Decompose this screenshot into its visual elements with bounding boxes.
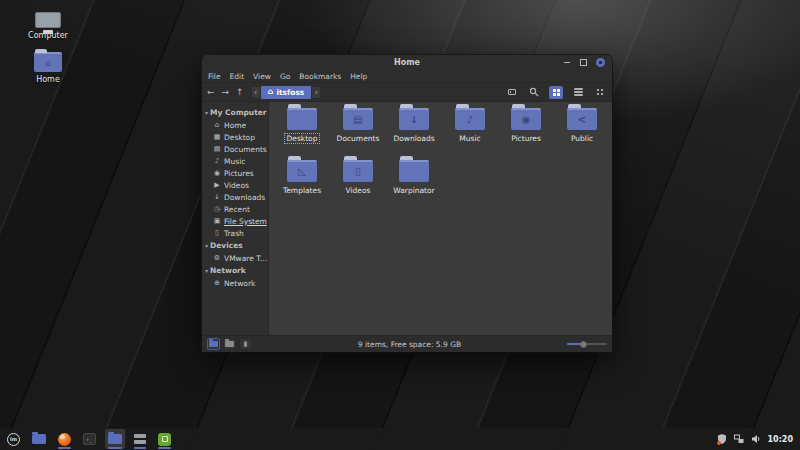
folder-item-pictures[interactable]: ◉ Pictures	[498, 108, 554, 160]
folder-item-templates[interactable]: ◺ Templates	[274, 160, 330, 212]
window-button-home[interactable]	[105, 429, 125, 449]
network-icon: ⊕	[213, 280, 221, 287]
places-icon	[209, 341, 218, 347]
home-icon: ⌂	[268, 88, 274, 96]
menubar: File Edit View Go Bookmarks Help	[202, 70, 612, 83]
taskbar: lm ›_ 10:20	[0, 428, 800, 450]
sidebar-item-trash[interactable]: ▯Trash	[202, 227, 268, 239]
folder-grid: Desktop ▤ Documents ↓ Downloads ♪ Music …	[269, 102, 612, 335]
sidebar-item-home[interactable]: ⌂Home	[202, 119, 268, 131]
maximize-button[interactable]	[579, 58, 588, 67]
desktop-icon-home[interactable]: ⌂ Home	[22, 52, 74, 84]
folder-icon: ▯	[343, 160, 373, 182]
software-manager-launcher[interactable]	[155, 429, 174, 449]
close-button[interactable]	[596, 58, 605, 67]
folder-item-warpinator[interactable]: Warpinator	[386, 160, 442, 212]
show-places-button[interactable]	[207, 338, 220, 350]
sidebar-section-devices[interactable]: ▾Devices	[202, 239, 268, 252]
sidebar-item-downloads[interactable]: ↓Downloads	[202, 191, 268, 203]
desktop-icon-label: Home	[22, 75, 74, 84]
sidebar-item-desktop[interactable]: ▦Desktop	[202, 131, 268, 143]
folder-icon: ↓	[399, 108, 429, 130]
breadcrumb-next-button[interactable]: ›	[311, 86, 321, 99]
up-icon[interactable]: ↑	[236, 88, 244, 97]
menu-bookmarks[interactable]: Bookmarks	[299, 72, 341, 81]
settings-launcher[interactable]	[131, 429, 149, 449]
settings-icon	[134, 434, 146, 444]
minimize-button[interactable]	[562, 58, 571, 67]
menu-view[interactable]: View	[253, 72, 271, 81]
desktop-icon-computer[interactable]: Computer	[22, 12, 74, 40]
sidebar-item-music[interactable]: ♪Music	[202, 155, 268, 167]
sidebar-item-network[interactable]: ⊕Network	[202, 277, 268, 289]
folder-icon: <	[567, 108, 597, 130]
folder-item-music[interactable]: ♪ Music	[442, 108, 498, 160]
folder-label: Warpinator	[391, 186, 436, 195]
videos-emblem-icon: ▯	[343, 162, 373, 182]
folder-item-desktop[interactable]: Desktop	[274, 108, 330, 160]
share-emblem-icon: <	[567, 110, 597, 130]
sidebar-item-pictures[interactable]: ◉Pictures	[202, 167, 268, 179]
search-button[interactable]	[527, 86, 541, 99]
menu-edit[interactable]: Edit	[230, 72, 245, 81]
hide-sidebar-icon: ▮	[244, 341, 248, 348]
folder-item-videos[interactable]: ▯ Videos	[330, 160, 386, 212]
pictures-emblem-icon: ◉	[511, 110, 541, 130]
breadcrumb-label: itsfoss	[276, 88, 304, 97]
terminal-launcher[interactable]: ›_	[80, 429, 99, 449]
sidebar: ▾My Computer ⌂Home ▦Desktop ▤Documents ♪…	[202, 102, 269, 335]
back-icon[interactable]: ←	[207, 88, 215, 97]
folder-label: Public	[569, 134, 595, 143]
software-manager-icon	[158, 433, 171, 446]
folder-icon	[287, 108, 317, 130]
toolbar: ← → ↑ ‹ ⌂ itsfoss ›	[202, 83, 612, 102]
menu-button[interactable]: lm	[4, 429, 23, 449]
titlebar[interactable]: Home	[202, 55, 612, 70]
network-tray[interactable]	[734, 434, 745, 445]
volume-tray[interactable]	[751, 434, 762, 445]
compact-view-button[interactable]	[593, 86, 607, 99]
templates-emblem-icon: ◺	[287, 162, 317, 182]
folder-label: Downloads	[391, 134, 436, 143]
sidebar-item-file-system[interactable]: ▣File System	[202, 215, 268, 227]
files-launcher[interactable]	[29, 429, 49, 449]
desktop-icon-label: Computer	[22, 31, 74, 40]
toggle-location-entry-button[interactable]	[505, 86, 519, 99]
slider-knob[interactable]	[580, 341, 587, 348]
folder-item-public[interactable]: < Public	[554, 108, 610, 160]
hide-sidebar-button[interactable]: ▮	[239, 338, 252, 350]
window-title: Home	[202, 58, 612, 67]
desktop-icon: ▦	[213, 134, 221, 141]
nemo-window-icon	[108, 434, 122, 444]
show-treeview-button[interactable]	[223, 338, 236, 350]
folder-item-downloads[interactable]: ↓ Downloads	[386, 108, 442, 160]
menu-help[interactable]: Help	[350, 72, 367, 81]
breadcrumb-prev-button[interactable]: ‹	[251, 86, 261, 99]
list-view-button[interactable]	[571, 86, 585, 99]
menu-go[interactable]: Go	[280, 72, 290, 81]
folder-emblem-icon	[399, 162, 429, 182]
sidebar-item-videos[interactable]: ▶Videos	[202, 179, 268, 191]
update-manager-tray[interactable]	[717, 434, 728, 445]
folder-label: Videos	[344, 186, 373, 195]
sidebar-section-my-computer[interactable]: ▾My Computer	[202, 106, 268, 119]
sidebar-section-network[interactable]: ▾Network	[202, 264, 268, 277]
trash-icon: ▯	[213, 230, 221, 237]
folder-icon	[399, 160, 429, 182]
folder-item-documents[interactable]: ▤ Documents	[330, 108, 386, 160]
sidebar-item-recent[interactable]: ◷Recent	[202, 203, 268, 215]
forward-icon[interactable]: →	[222, 88, 230, 97]
sidebar-item-documents[interactable]: ▤Documents	[202, 143, 268, 155]
filesystem-icon: ▣	[213, 218, 221, 225]
breadcrumb-current-button[interactable]: ⌂ itsfoss	[261, 86, 312, 99]
zoom-slider[interactable]	[567, 339, 607, 349]
home-icon: ⌂	[213, 122, 221, 129]
clock[interactable]: 10:20	[768, 435, 793, 444]
sidebar-item-vmware[interactable]: ⚙VMware T...	[202, 252, 268, 264]
folder-emblem-icon	[287, 110, 317, 130]
firefox-launcher[interactable]	[55, 429, 74, 449]
icon-view-button[interactable]	[549, 86, 563, 99]
folder-label: Templates	[281, 186, 323, 195]
treeview-icon	[225, 341, 234, 347]
menu-file[interactable]: File	[208, 72, 221, 81]
